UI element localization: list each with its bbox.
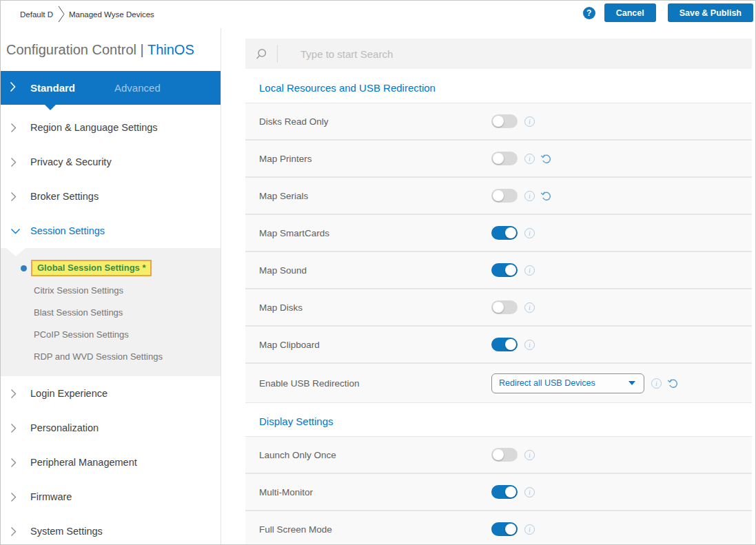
top-bar: Default D Managed Wyse Devices ? Cancel … [1,1,755,28]
sidebar-item-login-experience[interactable]: Login Experience [1,376,221,411]
search-bar[interactable]: Type to start Search [245,39,752,69]
toggle-switch[interactable] [491,114,518,128]
cancel-button[interactable]: Cancel [604,3,656,22]
chevron-right-icon [10,492,17,502]
chevron-right-icon [10,123,17,133]
sidebar-item-broker-settings[interactable]: Broker Settings [1,179,221,214]
undo-icon[interactable] [540,189,553,202]
dropdown-caret-icon [629,381,635,385]
info-icon[interactable]: i [524,154,535,164]
sidebar-item-session-settings[interactable]: Session Settings [1,214,221,248]
sidebar-subitem-rdp-wvd-session[interactable]: RDP and WVD Session Settings [1,345,221,367]
setting-label: Disks Read Only [259,116,329,127]
info-icon[interactable]: i [524,450,535,460]
toggle-switch[interactable] [491,338,518,351]
setting-label: Enable USB Redirection [259,378,360,389]
chevron-right-icon [10,526,17,537]
sidebar-subitem-label: Global Session Settings * [31,260,152,276]
setting-row-full-screen-mode: Full Screen Mode i [245,511,752,545]
page-title-os: ThinOS [147,42,194,57]
setting-row-map-disks: Map Disks i [245,289,752,325]
setting-row-enable-usb-redirection: Enable USB Redirection Redirect all USB … [245,364,752,402]
undo-icon[interactable] [667,377,680,389]
setting-label: Map Disks [259,302,303,313]
search-icon [256,48,267,60]
setting-row-map-printers: Map Printers i [245,141,752,176]
settings-rows: Launch Only Once i Multi-Monitor i Full … [245,437,752,545]
info-icon[interactable]: i [524,265,535,276]
sidebar-item-label: Login Experience [30,388,108,399]
tab-bar: Standard Advanced [1,71,221,105]
info-icon[interactable]: i [524,302,535,313]
section-title-local-resources: Local Resources and USB Redirection [259,82,752,94]
page-title-main: Configuration Control [6,42,136,57]
tab-standard[interactable]: Standard [30,82,75,94]
settings-rows: Disks Read Only i Map Printers i Map Ser… [245,103,752,402]
toggle-switch[interactable] [491,226,518,240]
chevron-right-icon [10,192,17,202]
toggle-switch[interactable] [491,152,518,165]
sidebar-item-label: Personalization [30,422,99,433]
session-settings-subpanel: Global Session Settings * Citrix Session… [1,248,221,376]
toggle-switch[interactable] [491,485,518,499]
setting-row-disks-read-only: Disks Read Only i [245,103,752,139]
info-icon[interactable]: i [524,524,535,535]
usb-redirection-dropdown[interactable]: Redirect all USB Devices [491,373,644,393]
toggle-switch[interactable] [491,263,518,277]
setting-row-map-sound: Map Sound i [245,252,752,288]
sidebar-item-region-language[interactable]: Region & Language Settings [1,110,221,145]
section-title-display-settings: Display Settings [259,415,752,427]
info-icon[interactable]: i [524,116,535,127]
sidebar-item-privacy-security[interactable]: Privacy & Security [1,145,221,179]
sidebar-subitem-global-session[interactable]: Global Session Settings * [1,257,221,279]
breadcrumb-page[interactable]: Managed Wyse Devices [69,10,154,19]
topbar-actions: ? Cancel Save & Publish [583,3,753,22]
dropdown-value: Redirect all USB Devices [499,378,595,388]
sidebar-item-label: Session Settings [30,225,105,236]
breadcrumb: Default D Managed Wyse Devices [20,1,154,28]
search-divider [277,45,278,63]
toggle-switch[interactable] [491,522,518,536]
tab-advanced[interactable]: Advanced [114,82,161,94]
chevron-down-icon [10,228,21,234]
sidebar-subitem-citrix-session[interactable]: Citrix Session Settings [1,279,221,301]
sidebar-subitem-label: Blast Session Settings [34,307,123,318]
sidebar-item-label: Peripheral Management [30,457,137,468]
toggle-switch[interactable] [491,189,518,203]
setting-label: Multi-Monitor [259,487,313,497]
info-icon[interactable]: i [524,191,535,201]
help-icon[interactable]: ? [583,7,595,19]
toggle-switch[interactable] [491,300,518,314]
sidebar-item-peripheral-management[interactable]: Peripheral Management [1,445,221,480]
chevron-right-icon [10,423,17,433]
save-publish-button[interactable]: Save & Publish [668,3,753,22]
sidebar-subitem-blast-session[interactable]: Blast Session Settings [1,301,221,323]
sidebar-item-label: Privacy & Security [30,156,112,167]
page-title-separator: | [141,42,147,57]
info-icon[interactable]: i [651,378,662,389]
info-icon[interactable]: i [524,487,535,497]
sidebar-subitem-pcoip-session[interactable]: PCoIP Session Settings [1,323,221,345]
settings-panel: Type to start Search Local Resources and… [245,28,752,545]
sidebar: Configuration Control | ThinOS Standard … [1,28,221,544]
collapse-chevron-icon[interactable] [10,81,16,95]
setting-label: Map Clipboard [259,340,320,350]
setting-row-map-serials: Map Serials i [245,178,752,214]
configuration-control-page: Default D Managed Wyse Devices ? Cancel … [0,0,756,545]
info-icon[interactable]: i [524,228,535,238]
sidebar-item-firmware[interactable]: Firmware [1,480,221,514]
sidebar-subitem-label: Citrix Session Settings [34,285,123,296]
undo-icon[interactable] [540,152,553,165]
setting-row-launch-only-once: Launch Only Once i [245,437,752,473]
setting-label: Map Serials [259,191,308,201]
info-icon[interactable]: i [524,340,535,350]
search-input[interactable]: Type to start Search [300,48,393,60]
toggle-switch[interactable] [491,448,518,462]
sidebar-item-system-settings[interactable]: System Settings [1,514,221,545]
sidebar-subitem-label: PCoIP Session Settings [34,329,129,340]
sidebar-item-personalization[interactable]: Personalization [1,411,221,445]
setting-label: Map Printers [259,154,312,164]
setting-row-map-smartcards: Map SmartCards i [245,215,752,251]
chevron-right-icon [10,457,17,468]
breadcrumb-group[interactable]: Default D [20,10,53,19]
